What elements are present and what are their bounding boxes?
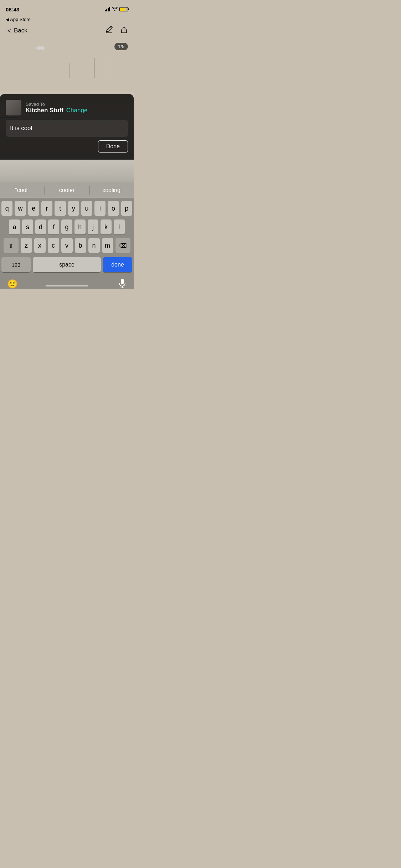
pendant-wire-2 [82, 60, 82, 78]
key-q[interactable]: q [1, 201, 12, 216]
shift-key[interactable]: ⇧ [4, 238, 19, 253]
pendant-wire-1 [70, 63, 70, 78]
autocomplete-bar: “cool” cooler cooling [0, 182, 134, 198]
key-row-2: a s d f g h j k l [1, 219, 132, 234]
header-action-icons [105, 26, 128, 36]
key-o[interactable]: o [108, 201, 119, 216]
key-row-3: ⇧ z x c v b n m ⌫ [1, 238, 132, 253]
key-w[interactable]: w [15, 201, 26, 216]
key-f[interactable]: f [48, 219, 59, 234]
svg-rect-0 [121, 279, 124, 284]
key-z[interactable]: z [21, 238, 32, 253]
autocomplete-item-3[interactable]: cooling [89, 182, 134, 198]
app-store-back-link[interactable]: ◀ App Store [6, 17, 31, 22]
keyboard-extras: 🙂 [0, 275, 134, 289]
app-store-back-label: App Store [10, 17, 31, 22]
app-store-back-chevron: ◀ [6, 17, 9, 22]
save-popup: Saved To Kitchen Stuff Change Done [0, 94, 134, 160]
key-t[interactable]: t [55, 201, 66, 216]
key-y[interactable]: y [68, 201, 79, 216]
numbers-key[interactable]: 123 [1, 257, 31, 272]
home-indicator [46, 285, 88, 286]
battery-icon: ⚡ [119, 7, 128, 11]
key-rows: q w e r t y u i o p a s d f g h j k l ⇧ [0, 198, 134, 254]
key-r[interactable]: r [41, 201, 52, 216]
key-a[interactable]: a [9, 219, 20, 234]
status-time: 08:43 [6, 6, 19, 12]
annotate-icon[interactable] [105, 26, 113, 36]
page-counter-badge: 1/5 [114, 43, 128, 50]
app-store-nav: ◀ App Store [0, 16, 134, 23]
emoji-icon[interactable]: 🙂 [7, 279, 18, 289]
key-n[interactable]: n [88, 238, 100, 253]
collection-thumbnail [6, 100, 21, 115]
collection-row: Kitchen Stuff Change [26, 107, 87, 114]
wifi-icon [112, 7, 118, 12]
key-d[interactable]: d [35, 219, 46, 234]
key-s[interactable]: s [22, 219, 33, 234]
collection-name: Kitchen Stuff [26, 107, 63, 114]
back-label: Back [14, 27, 27, 34]
key-i[interactable]: i [94, 201, 106, 216]
key-e[interactable]: e [28, 201, 39, 216]
delete-key[interactable]: ⌫ [115, 238, 130, 253]
pendant-wire-4 [107, 60, 107, 76]
microphone-icon[interactable] [118, 278, 127, 289]
key-b[interactable]: b [75, 238, 86, 253]
space-key[interactable]: space [33, 257, 101, 272]
status-icons: ⚡ [105, 7, 128, 12]
key-v[interactable]: v [61, 238, 73, 253]
key-u[interactable]: u [81, 201, 92, 216]
change-button[interactable]: Change [66, 107, 88, 114]
popup-header: Saved To Kitchen Stuff Change [6, 100, 128, 115]
key-row-1: q w e r t y u i o p [1, 201, 132, 216]
keyboard-done-key[interactable]: done [103, 257, 132, 272]
key-j[interactable]: j [88, 219, 99, 234]
key-l[interactable]: l [114, 219, 125, 234]
key-p[interactable]: p [121, 201, 132, 216]
keyboard: “cool” cooler cooling q w e r t y u i o … [0, 182, 134, 289]
popup-footer: Done [6, 140, 128, 154]
status-bar: 08:43 ⚡ [0, 0, 134, 16]
key-g[interactable]: g [61, 219, 72, 234]
share-icon[interactable] [120, 26, 128, 35]
saved-to-label: Saved To [26, 102, 87, 107]
autocomplete-item-1[interactable]: “cool” [0, 182, 45, 198]
pendant-wire-3 [94, 58, 95, 78]
popup-done-button[interactable]: Done [98, 140, 128, 153]
back-button[interactable]: ＜ Back [6, 26, 27, 35]
key-h[interactable]: h [74, 219, 86, 234]
autocomplete-item-2[interactable]: cooler [45, 182, 89, 198]
note-input[interactable] [6, 120, 128, 137]
key-c[interactable]: c [48, 238, 59, 253]
bottom-key-row: 123 space done [0, 257, 134, 272]
ceiling-light [36, 46, 46, 51]
back-chevron-icon: ＜ [6, 26, 12, 35]
key-x[interactable]: x [34, 238, 46, 253]
signal-icon [105, 7, 110, 11]
header: ＜ Back [0, 23, 134, 38]
popup-title-area: Saved To Kitchen Stuff Change [26, 102, 87, 114]
key-m[interactable]: m [102, 238, 113, 253]
key-k[interactable]: k [101, 219, 112, 234]
